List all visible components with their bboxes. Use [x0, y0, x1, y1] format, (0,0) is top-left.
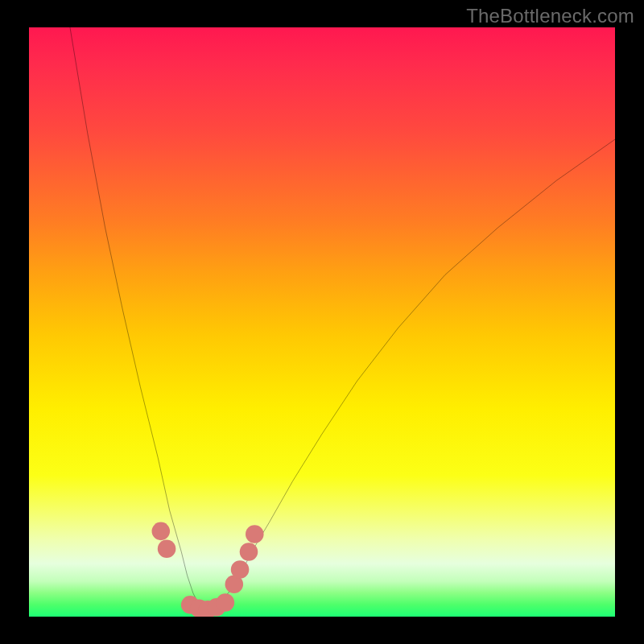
- chart-svg: [29, 27, 615, 617]
- marker-dot: [246, 525, 264, 543]
- bottleneck-curve: [70, 27, 615, 611]
- marker-dot: [152, 522, 171, 541]
- plot-area: [29, 27, 615, 617]
- marker-dot: [217, 593, 235, 612]
- marker-dot: [240, 543, 258, 561]
- marker-dot: [231, 560, 250, 579]
- marker-dot: [158, 540, 176, 559]
- chart-frame: TheBottleneck.com: [0, 0, 644, 644]
- curve-markers: [152, 522, 264, 617]
- watermark-text: TheBottleneck.com: [466, 5, 634, 27]
